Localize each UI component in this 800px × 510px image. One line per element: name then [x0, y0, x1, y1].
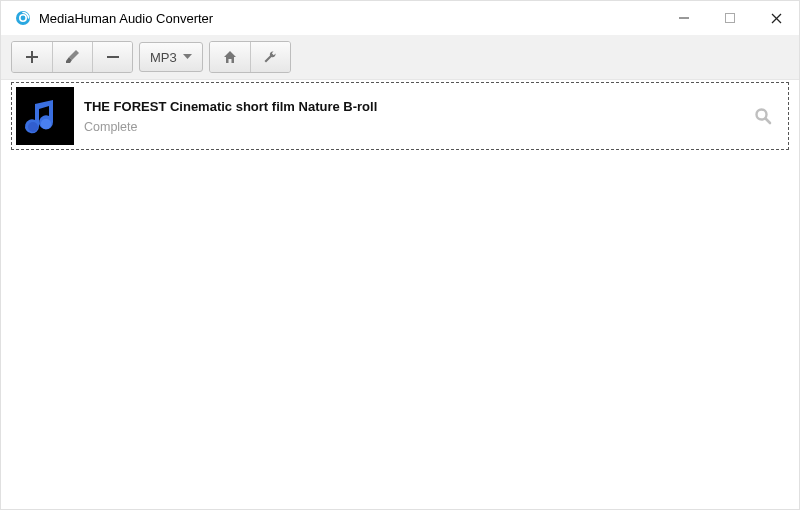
home-icon: [222, 49, 238, 65]
maximize-button[interactable]: [707, 3, 753, 33]
wrench-icon: [262, 49, 278, 65]
remove-button[interactable]: [92, 42, 132, 72]
item-meta: THE FOREST Cinematic short film Nature B…: [84, 99, 742, 134]
format-dropdown[interactable]: MP3: [139, 42, 203, 72]
svg-line-12: [766, 119, 771, 124]
locate-button[interactable]: [752, 105, 774, 127]
plus-icon: [25, 50, 39, 64]
item-title: THE FOREST Cinematic short film Nature B…: [84, 99, 742, 114]
list-item[interactable]: THE FOREST Cinematic short film Nature B…: [11, 82, 789, 150]
toolbar: MP3: [1, 35, 799, 80]
item-thumbnail: [16, 87, 74, 145]
svg-point-10: [28, 122, 38, 132]
format-label: MP3: [150, 50, 177, 65]
add-button[interactable]: [12, 42, 52, 72]
action-buttons-group: [209, 41, 291, 73]
titlebar: MediaHuman Audio Converter: [1, 1, 799, 35]
item-status: Complete: [84, 120, 742, 134]
minus-icon: [106, 50, 120, 64]
minimize-button[interactable]: [661, 3, 707, 33]
settings-button[interactable]: [250, 42, 290, 72]
file-buttons-group: [11, 41, 133, 73]
music-note-icon: [23, 94, 67, 138]
home-button[interactable]: [210, 42, 250, 72]
clear-button[interactable]: [52, 42, 92, 72]
content-area: THE FOREST Cinematic short film Nature B…: [1, 80, 799, 160]
brush-icon: [65, 49, 81, 65]
window-controls: [661, 3, 799, 33]
window-title: MediaHuman Audio Converter: [39, 11, 213, 26]
svg-point-9: [41, 119, 51, 129]
search-icon: [754, 107, 772, 125]
chevron-down-icon: [183, 54, 192, 60]
svg-rect-3: [726, 14, 735, 23]
app-icon: [15, 10, 31, 26]
close-button[interactable]: [753, 3, 799, 33]
